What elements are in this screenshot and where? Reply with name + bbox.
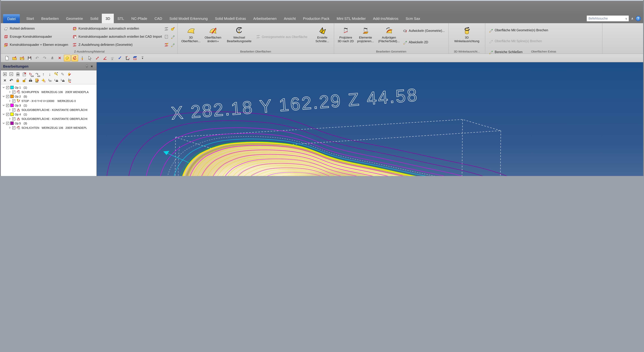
btn-erzeuge-konstruktionsquader[interactable]: Erzeuge Konstruktionsquader: [4, 33, 68, 41]
menu-tab-scm-sax[interactable]: Scm Sax: [402, 14, 424, 23]
tree-row-stop[interactable]: ✓ STOP - X=0 Y=0 V=10000 WERKZEUG 0: [1, 99, 96, 103]
command-search[interactable]: ∨: [586, 15, 629, 22]
find-operation-button[interactable]: [28, 77, 34, 83]
btn-erstelle-schnitte[interactable]: ErstelleSchnitte...: [313, 25, 331, 49]
save-button[interactable]: [26, 55, 33, 61]
tool-number-button[interactable]: [66, 77, 72, 83]
solid2-checkbox[interactable]: ✓: [12, 117, 15, 120]
tree-row-op1[interactable]: ✓ Op 1 (1): [1, 85, 96, 90]
tree-row-op2[interactable]: ✓ Op 2 (5): [1, 94, 96, 99]
shaded-view-toggle[interactable]: [64, 55, 70, 61]
chevron-right-icon[interactable]: [8, 108, 11, 111]
delete-button[interactable]: ×: [56, 55, 63, 61]
menu-tab-datei[interactable]: Datei: [3, 14, 20, 23]
delete-operation-button[interactable]: ×: [2, 77, 8, 83]
btn-rohteil-definieren[interactable]: Rohteil definieren: [4, 25, 68, 32]
tree-row-schruppen[interactable]: ✓ SCHRUPPEN WERKZEUG 106 20ER WENDEPLA: [1, 90, 96, 94]
tree-row-solid-2[interactable]: ✓ SOLID/OBERFLÄCHE - KONSTANTE OBERFLÄCH…: [1, 116, 96, 121]
collapse-all-button[interactable]: [8, 71, 14, 77]
menu-tab-solid-modell-erkennung[interactable]: Solid Modell Erkennung: [166, 14, 212, 23]
chevron-down-icon[interactable]: [2, 122, 5, 125]
menu-tab-solid[interactable]: Solid: [86, 14, 102, 23]
viewport-3d[interactable]: X 282.18 Y 162.29 Z 44.58 Z X: [97, 62, 643, 176]
btn-elemente-projizieren[interactable]: Elementeprojizieren...: [355, 25, 376, 49]
menu-tab-start[interactable]: Start: [23, 14, 38, 23]
tree-row-op4[interactable]: ✓ Op 4 (1): [1, 112, 96, 116]
operation-list-delete-button[interactable]: [21, 71, 27, 77]
chevron-right-icon[interactable]: [8, 91, 11, 93]
tool-axis-button[interactable]: [79, 55, 86, 61]
operation-list-button[interactable]: [15, 71, 21, 77]
select-cursor-button[interactable]: [86, 55, 93, 61]
menu-tab-geometrie[interactable]: Geometrie: [62, 14, 86, 23]
btn-aufwickeln[interactable]: Aufwickeln (Geometrie)...: [403, 27, 445, 35]
menu-tab-3d[interactable]: 3D: [102, 14, 114, 23]
btn-z-extent-tool-3[interactable]: [164, 41, 168, 48]
tree-row-schlichten[interactable]: ✓ SCHLICHTEN WERKZEUG 106 20ER WENDEPL: [1, 125, 96, 130]
quick-edit-button[interactable]: [66, 71, 72, 77]
info-find-button[interactable]: [53, 77, 59, 83]
toolbar-options-button[interactable]: ▾: [139, 55, 146, 61]
expand-all-button[interactable]: [2, 71, 8, 77]
menu-tab-mini-stl-modeller[interactable]: Mini STL Modeller: [333, 14, 370, 23]
chevron-right-icon[interactable]: [8, 117, 11, 120]
pin-panel-button[interactable]: [84, 64, 89, 69]
unlock-operation-button[interactable]: [21, 77, 27, 83]
goto-operation-button[interactable]: [34, 77, 40, 83]
update-toolpath-button[interactable]: [53, 71, 59, 77]
menu-tab-cad[interactable]: CAD: [151, 14, 166, 23]
btn-aufpraegen[interactable]: Aufprägen(Fläche/Solid)...: [376, 25, 402, 49]
btn-wechsel-bearbeitungsseite[interactable]: WechselBearbeitungsseite: [224, 25, 254, 49]
undo-operation-button[interactable]: ↶: [8, 77, 14, 83]
new-file-button[interactable]: [4, 55, 10, 61]
tree-row-op5[interactable]: ✓ Op 5 (3): [1, 121, 96, 125]
chevron-down-icon[interactable]: [2, 104, 5, 107]
measure-distance-button[interactable]: [94, 55, 101, 61]
btn-z-extent-tool-2[interactable]: [164, 33, 168, 40]
menu-tab-nc-pfade[interactable]: NC-Pfade: [128, 14, 151, 23]
op1-checkbox[interactable]: ✓: [6, 86, 9, 89]
open-file-button[interactable]: [19, 55, 26, 61]
scm-tool-button[interactable]: [132, 55, 138, 61]
menu-tab-stl[interactable]: STL: [114, 14, 128, 23]
btn-abwickeln-2d[interactable]: Abwickeln 2D: [403, 38, 445, 46]
chevron-down-icon[interactable]: [2, 86, 5, 89]
btn-projiziere-3d-2d[interactable]: Projiziere3D nach 2D: [336, 25, 355, 49]
chevron-down-icon[interactable]: [2, 113, 5, 116]
solid1-checkbox[interactable]: ✓: [12, 108, 15, 111]
move-down-button[interactable]: ↓: [47, 71, 53, 77]
tree-row-op3[interactable]: ✓ Op 3 (1): [1, 103, 96, 108]
menu-tab-solid-modell-extras[interactable]: Solid Modell Extras: [211, 14, 250, 23]
lock-operation-button[interactable]: [15, 77, 21, 83]
menu-tab-production-pack[interactable]: Production Pack: [300, 14, 333, 23]
info-find-next-button[interactable]: [60, 77, 66, 83]
search-dropdown-icon[interactable]: ∨: [625, 17, 629, 20]
move-up-button[interactable]: ↑: [40, 71, 46, 77]
chevron-down-icon[interactable]: [2, 95, 5, 98]
btn-3d-winkelausrichtung[interactable]: 3DWinkelausrichtung: [451, 25, 482, 49]
menu-tab-arbeitsebenen[interactable]: Arbeitsebenen: [250, 14, 280, 23]
menu-tab-ansicht[interactable]: Ansicht: [280, 14, 300, 23]
menu-tab-add-ins-makros[interactable]: Add-Ins/Makros: [370, 14, 402, 23]
chevron-right-icon[interactable]: [8, 99, 11, 102]
edit-operation-button[interactable]: ✎: [60, 71, 66, 77]
confirm-button[interactable]: ✓: [116, 55, 123, 61]
coordinate-system-button[interactable]: [124, 55, 131, 61]
stop-checkbox[interactable]: ✓: [12, 99, 15, 102]
btn-konstruktionsquader-automatisch[interactable]: Konstruktionsquader automatisch erstelle…: [73, 25, 162, 32]
op2-checkbox[interactable]: ✓: [6, 95, 9, 98]
schruppen-checkbox[interactable]: ✓: [12, 90, 15, 93]
info-view-button[interactable]: [47, 77, 53, 83]
btn-z-ausdehnung-definieren[interactable]: Z-Ausdehnung definieren (Geometrie): [73, 41, 162, 49]
help-icon[interactable]: ?: [636, 16, 641, 21]
close-panel-button[interactable]: ×: [89, 64, 94, 69]
btn-oberflaechen-aendern[interactable]: Oberflächen ändern▾: [202, 25, 224, 49]
op3-checkbox[interactable]: ✓: [6, 104, 9, 107]
menu-tab-bearbeiten[interactable]: Bearbeiten: [38, 14, 62, 23]
btn-konstruktionsquader-ebenen[interactable]: Konstruktionsquader + Ebenen erzeugen: [4, 41, 68, 49]
undo-button[interactable]: ↶: [34, 55, 40, 61]
redo-button[interactable]: ↷: [41, 55, 48, 61]
renumber-button[interactable]: ↻123: [28, 71, 34, 77]
tree-row-solid-1[interactable]: ✓ SOLID/OBERFLÄCHE - KONSTANTE OBERFLÄCH…: [1, 108, 96, 112]
btn-material-tool-1[interactable]: [170, 25, 175, 32]
